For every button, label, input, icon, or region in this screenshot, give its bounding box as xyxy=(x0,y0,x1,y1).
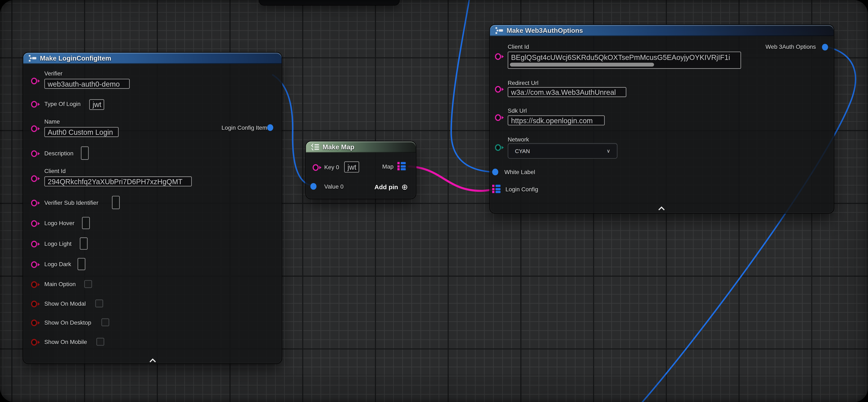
collapse-chevron-icon[interactable] xyxy=(149,355,156,365)
input-pin-sdk-url[interactable] xyxy=(495,114,501,121)
pin-label-main-option: Main Option xyxy=(44,281,75,287)
pin-label-value0: Value 0 xyxy=(324,183,344,190)
input-pin-redirect-url[interactable] xyxy=(495,86,501,93)
input-pin-login-config[interactable] xyxy=(492,185,501,194)
input-pin-verifier[interactable] xyxy=(31,78,37,84)
pin-label-white-label: White Label xyxy=(504,169,535,175)
pin-label-logo-dark: Logo Dark xyxy=(44,261,71,267)
input-pin-main-option[interactable] xyxy=(31,281,37,288)
pin-label-sdk-url: Sdk Url xyxy=(508,107,527,114)
logo-dark-input[interactable] xyxy=(78,258,85,270)
pin-label-login-config: Login Config xyxy=(505,186,538,193)
add-pin-plus-icon: ⊕ xyxy=(401,183,408,191)
add-pin-button[interactable]: Add pin ⊕ xyxy=(374,183,408,191)
node-make-web3authoptions[interactable]: Make Web3AuthOptions Web 3Auth Options C… xyxy=(490,25,834,213)
logo-hover-input[interactable] xyxy=(82,217,90,229)
graph-canvas[interactable]: Make LoginConfigItem Login Config Item V… xyxy=(0,0,868,402)
client-id-input[interactable]: BEglQSgt4cUWcj6SKRdu5QkOXTsePmMcusG5EAoy… xyxy=(508,52,741,69)
input-pin-show-on-mobile[interactable] xyxy=(31,339,37,346)
pin-label-key0: Key 0 xyxy=(324,164,339,170)
verifier-sub-identifier-input[interactable] xyxy=(112,196,120,209)
input-pin-type-of-login[interactable] xyxy=(31,101,37,108)
node-header-make-loginconfigitem[interactable]: Make LoginConfigItem xyxy=(23,53,282,64)
node-title: Make Map xyxy=(323,143,354,151)
pin-label-client-id: Client Id xyxy=(44,168,66,174)
pin-label-show-on-desktop: Show On Desktop xyxy=(44,319,91,326)
blueprint-editor: Make LoginConfigItem Login Config Item V… xyxy=(0,0,868,402)
show-on-mobile-checkbox[interactable] xyxy=(96,338,104,346)
make-map-icon xyxy=(311,144,319,150)
verifier-input[interactable]: web3auth-auth0-demo xyxy=(44,79,130,89)
node-make-loginconfigitem[interactable]: Make LoginConfigItem Login Config Item V… xyxy=(23,53,282,364)
pin-label-show-on-mobile: Show On Mobile xyxy=(44,338,87,345)
node-title: Make Web3AuthOptions xyxy=(507,27,583,34)
key0-input[interactable]: jwt xyxy=(344,162,359,173)
input-pin-value0[interactable] xyxy=(310,183,317,190)
input-pin-show-on-desktop[interactable] xyxy=(31,320,37,326)
pin-label-type-of-login: Type Of Login xyxy=(44,100,81,107)
show-on-desktop-checkbox[interactable] xyxy=(101,318,109,326)
pin-label-redirect-url: Redirect Url xyxy=(508,79,538,86)
input-pin-network[interactable] xyxy=(495,144,501,151)
pin-label-map: Map xyxy=(382,163,394,170)
collapse-chevron-icon[interactable] xyxy=(658,203,665,213)
node-title: Make LoginConfigItem xyxy=(40,54,111,62)
pin-label-login-config-item: Login Config Item xyxy=(222,124,267,131)
make-struct-icon xyxy=(28,55,37,62)
input-pin-logo-hover[interactable] xyxy=(31,220,37,227)
sdk-url-input[interactable]: https://sdk.openlogin.com xyxy=(508,115,605,125)
type-of-login-input[interactable]: jwt xyxy=(89,99,104,110)
client-id-input[interactable]: 294QRkchfq2YaXUbPri7D6PH7xzHgQMT xyxy=(44,176,192,186)
input-pin-key0[interactable] xyxy=(313,164,319,171)
description-input[interactable] xyxy=(81,147,89,160)
name-input[interactable]: Auth0 Custom Login xyxy=(44,127,119,137)
redirect-url-input[interactable]: w3a://com.w3a.Web3AuthUnreal xyxy=(508,87,626,97)
offscreen-node-bottom-edge[interactable] xyxy=(259,0,399,5)
show-on-modal-checkbox[interactable] xyxy=(95,299,103,307)
node-header-make-web3authoptions[interactable]: Make Web3AuthOptions xyxy=(490,25,834,36)
wire-top-to-white-label[interactable] xyxy=(451,0,492,172)
input-pin-show-on-modal[interactable] xyxy=(31,301,37,307)
pin-label-logo-light: Logo Light xyxy=(44,240,71,247)
client-id-scrollbar[interactable] xyxy=(510,63,654,66)
input-pin-client-id[interactable] xyxy=(31,175,37,182)
input-pin-white-label[interactable] xyxy=(492,169,498,175)
logo-light-input[interactable] xyxy=(80,237,88,250)
input-pin-description[interactable] xyxy=(31,150,37,157)
input-pin-verifier-sub-identifier[interactable] xyxy=(31,200,37,206)
node-header-make-map[interactable]: Make Map xyxy=(306,142,415,153)
pin-label-verifier-sub-identifier: Verifier Sub Identifier xyxy=(44,199,98,206)
pin-label-verifier: Verifier xyxy=(44,70,62,77)
chevron-down-icon: ∨ xyxy=(607,148,610,153)
input-pin-name[interactable] xyxy=(31,125,37,132)
output-pin-web3auth-options[interactable] xyxy=(822,44,828,51)
pin-label-name: Name xyxy=(44,118,60,125)
pin-label-logo-hover: Logo Hover xyxy=(44,220,74,226)
input-pin-logo-light[interactable] xyxy=(31,241,37,248)
pin-label-client-id: Client Id xyxy=(508,43,529,50)
pin-label-network: Network xyxy=(508,136,529,143)
output-pin-login-config-item[interactable] xyxy=(267,124,273,131)
output-pin-map[interactable] xyxy=(398,162,406,171)
pin-label-web3auth-options: Web 3Auth Options xyxy=(766,43,816,50)
node-make-map[interactable]: Make Map Key 0 jwt Map Value 0 Add pin ⊕ xyxy=(306,142,415,199)
main-option-checkbox[interactable] xyxy=(84,280,92,288)
make-struct-icon xyxy=(495,27,503,34)
network-dropdown[interactable]: CYAN ∨ xyxy=(508,143,617,159)
input-pin-logo-dark[interactable] xyxy=(31,261,37,268)
pin-label-show-on-modal: Show On Modal xyxy=(44,300,86,307)
input-pin-client-id[interactable] xyxy=(495,53,501,60)
pin-label-description: Description xyxy=(44,150,73,156)
